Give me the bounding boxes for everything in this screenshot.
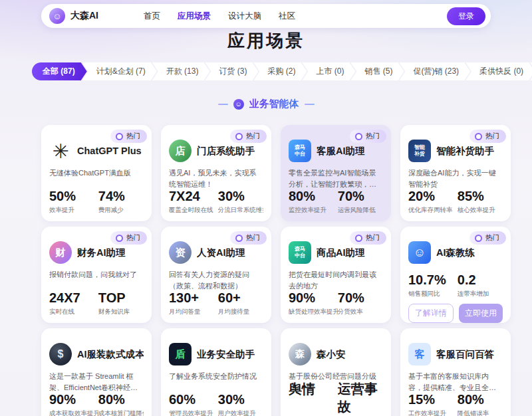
app-card[interactable]: 热门店门店系统助手遇见AI，预见未来，实现系统智能运维！7X24覆盖全时段在线3… [161, 125, 271, 221]
hot-badge: 热门 [110, 130, 147, 143]
app-card[interactable]: 客客服百问百答基于丰富的客服知识库内容，提供精准、专业且全面的客服知识解答和…1… [400, 328, 511, 416]
app-card-grid: 热门✳ChatGPT Plus无缝体验ChatGPT满血版50%效率提升74%费… [41, 125, 511, 416]
card-header: 森马中台客服AI助理 [289, 140, 383, 162]
nav-item-首页[interactable]: 首页 [144, 11, 160, 22]
app-card[interactable]: 盾业务安全助手了解业务系统安全防护情况60%管理员效率提升30%用户效率提升 [161, 328, 271, 416]
app-card[interactable]: 热门财财务AI助理报销付款问题，问我就对了24X7实时在线TOP财务知识库 [41, 227, 152, 323]
hot-badge: 热门 [110, 231, 147, 245]
stat: 70%运营风险降低 [338, 189, 383, 215]
app-card[interactable]: 热门森马中台客服AI助理零售全景监控与AI智能场景分析，让智能打败繁琐，让效率赢… [281, 125, 391, 221]
stat: 50%效率提升 [49, 189, 98, 215]
card-header: 森马中台商品AI助理 [289, 241, 383, 264]
stat: 24X7实时在线 [49, 290, 98, 316]
stat-label: 用户效率提升 [218, 409, 263, 416]
stat-label: 连带率增加 [458, 290, 503, 298]
semir-platform-logo: 森马中台 [289, 140, 311, 162]
card-stats: 10.7%销售额同比0.2连带率增加 [408, 272, 503, 299]
stat-label: 运营风险降低 [338, 206, 383, 215]
app-card[interactable]: 热门✳ChatGPT Plus无缝体验ChatGPT满血版50%效率提升74%费… [41, 125, 152, 221]
card-title: 门店系统助手 [197, 145, 255, 157]
stat: 60%管理员效率提升 [169, 392, 218, 416]
robot-avatar: 森 [289, 343, 311, 365]
cost-analysis-icon: $ [49, 343, 72, 365]
card-title: ChatGPT Plus [77, 146, 142, 156]
card-header: 店门店系统助手 [169, 140, 263, 162]
filter-tab-7[interactable]: 促(营)销 (23) [399, 62, 470, 80]
stat-value: 30% [218, 392, 263, 407]
hot-ring-icon [116, 133, 123, 140]
filter-tab-2[interactable]: 开款 (13) [152, 62, 210, 80]
filter-tab-8[interactable]: 柔供快反 (0) [466, 62, 532, 80]
stat-value: 74% [98, 189, 144, 204]
app-card[interactable]: 热门智能补货智能补货助手深度融合AI能力，实现一键智能补货20%优化库存周转率8… [400, 125, 511, 221]
card-description: 这是一款基于 Streamlit 框架、EfficientNet卷积神经网络、D… [49, 371, 144, 392]
card-stats: 舆情运营事故 [289, 380, 383, 416]
stat: 80%降低错误率 [458, 392, 503, 416]
stat-label: 缺货处理效率提升 [289, 308, 338, 316]
card-stats: 130+月均问答量60+月均接待量 [169, 290, 263, 317]
stat-value: 运营事故 [338, 380, 383, 416]
semir-platform-logo-teal: 森马中台 [289, 241, 311, 264]
stat-value: TOP [98, 290, 144, 306]
hot-badge: 热门 [350, 231, 386, 245]
use-now-button[interactable]: 立即使用 [459, 304, 503, 323]
filter-tab-3[interactable]: 订货 (3) [205, 62, 258, 80]
card-header: ✳ChatGPT Plus [49, 140, 144, 162]
section-title: 业务智能体 [249, 98, 299, 110]
hot-badge-label: 热门 [366, 233, 380, 243]
stat-value: 舆情 [289, 380, 338, 398]
card-stats: 15%工作效率提升80%降低错误率 [408, 392, 503, 416]
card-stats: 60%管理员效率提升30%用户效率提升 [169, 392, 263, 416]
card-stats: 20%优化库存周转率85%核心效率提升 [408, 189, 503, 215]
app-card[interactable]: 森森小安基于股份公司经营问题分级分类标准V2.0，提供舆情分析，营销风险评…舆情… [281, 328, 391, 416]
category-filter-bar: 全部 (87)计划&企划 (7)开款 (13)订货 (3)采购 (2)上市 (0… [32, 62, 532, 80]
hot-ring-icon [355, 235, 362, 242]
stat: 10.7%销售额同比 [408, 272, 458, 298]
card-title: 业务安全助手 [197, 348, 255, 361]
stat-label: 月均问答量 [169, 308, 218, 316]
nav-item-设计大脑[interactable]: 设计大脑 [228, 11, 261, 22]
hot-badge: 热门 [230, 231, 267, 245]
hot-badge-label: 热门 [246, 132, 260, 141]
card-stats: 7X24覆盖全时段在线30%分流日常系统维护 [169, 189, 263, 215]
card-title: 智能补货助手 [436, 145, 494, 157]
stat: 74%费用减少 [98, 189, 144, 215]
login-button[interactable]: 登录 [447, 7, 485, 25]
card-title: 森小安 [317, 348, 346, 361]
stat: 15%工作效率提升 [408, 392, 458, 416]
app-card[interactable]: 热门资人资AI助理回答有关人力资源的疑问（政策、流程和数据）130+月均问答量6… [161, 227, 271, 323]
nav-item-社区[interactable]: 社区 [279, 11, 295, 22]
app-card[interactable]: 热门☺AI森教练通过AI教练，帮助导购实战演练并追踪和评估效果，提升导购销售技能… [400, 227, 511, 323]
stat-value: 24X7 [49, 290, 98, 306]
card-title: AI服装款式成本分… [77, 348, 144, 361]
stat-label: 核心效率提升 [458, 206, 503, 215]
stat: 30%用户效率提升 [218, 392, 263, 416]
card-header: 盾业务安全助手 [169, 343, 263, 365]
card-header: 财财务AI助理 [49, 241, 144, 264]
openai-logo: ✳ [49, 140, 72, 162]
card-title: 客服百问百答 [436, 348, 494, 361]
filter-tab-4[interactable]: 采购 (2) [253, 62, 307, 80]
filter-tab-5[interactable]: 上市 (0) [302, 62, 355, 80]
brand[interactable]: ☺ 大森AI [49, 8, 98, 24]
stat: 30%分流日常系统维护 [218, 189, 263, 215]
app-card[interactable]: 热门森马中台商品AI助理把货在最短时间内调到最该去的地方90%缺货处理效率提升7… [281, 227, 391, 323]
stat: 20%优化库存周转率 [408, 189, 458, 215]
stat-value: 80% [98, 392, 144, 407]
hot-ring-icon [235, 235, 243, 242]
store-worker-avatar: 店 [169, 140, 192, 162]
stat-value: 80% [289, 189, 338, 204]
stat-label: 成本获取效率提升 [49, 409, 98, 416]
filter-tab-1[interactable]: 计划&企划 (7) [82, 62, 157, 80]
hot-ring-icon [116, 235, 123, 242]
nav-item-应用场景[interactable]: 应用场景 [178, 11, 211, 22]
filter-tab-all[interactable]: 全部 (87) [32, 62, 87, 80]
hot-badge-label: 热门 [485, 233, 499, 243]
hot-badge: 热门 [230, 130, 267, 143]
stat-label: 工作效率提升 [408, 409, 458, 416]
filter-tab-6[interactable]: 销售 (5) [350, 62, 404, 80]
stat-label: 销售额同比 [408, 290, 458, 298]
learn-more-button[interactable]: 了解详情 [408, 304, 454, 323]
card-description: 基于丰富的客服知识库内容，提供精准、专业且全面的客服知识解答和… [408, 371, 503, 392]
app-card[interactable]: $AI服装款式成本分…这是一款基于 Streamlit 框架、Efficient… [41, 328, 152, 416]
